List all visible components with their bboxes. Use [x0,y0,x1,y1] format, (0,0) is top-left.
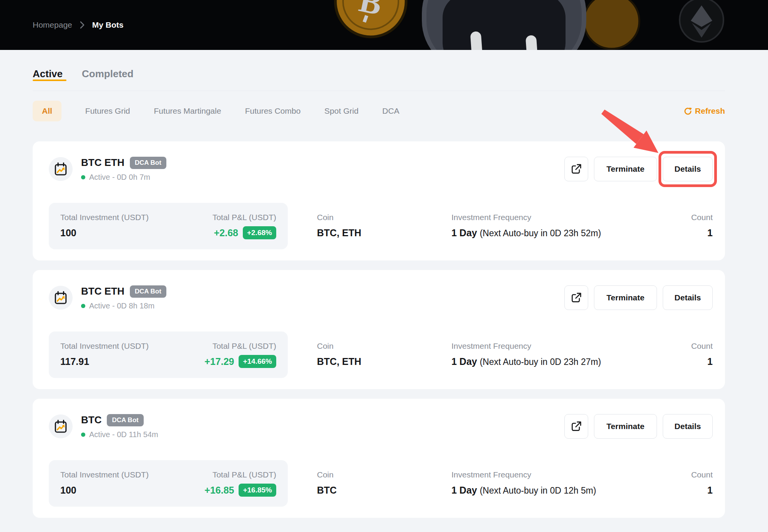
filter-futures-combo[interactable]: Futures Combo [245,106,301,116]
pnl-label: Total P&L (USDT) [204,341,276,351]
filter-all[interactable]: All [33,101,61,121]
frequency-column: Investment Frequency 1 Day (Next Auto-bu… [451,331,678,378]
investment-label: Total Investment (USDT) [60,341,149,351]
breadcrumb-homepage-link[interactable]: Homepage [33,20,72,30]
active-status-dot [81,175,85,179]
bot-avatar [49,286,73,310]
bot-card: BTC ETH DCA Bot Active - 0D 8h 18m Termi… [33,270,725,389]
refresh-button[interactable]: Refresh [683,106,725,116]
coin-value: BTC, ETH [317,227,451,239]
tab-completed[interactable]: Completed [82,68,133,80]
count-label: Count [678,341,713,351]
frequency-column: Investment Frequency 1 Day (Next Auto-bu… [451,203,678,249]
card-actions: Terminate Details [564,285,713,310]
bot-pair-name: BTC ETH [81,285,124,297]
bot-type-badge: DCA Bot [130,157,166,169]
banner-art: B [300,0,768,50]
bot-title-block: BTC ETH DCA Bot Active - 0D 0h 7m [81,157,166,182]
breadcrumb: Homepage My Bots [33,0,123,50]
coin-label: Coin [317,341,451,351]
count-column: Count 1 [678,203,713,249]
filter-dca[interactable]: DCA [382,106,399,116]
terminate-button[interactable]: Terminate [594,414,657,439]
open-bot-button[interactable] [564,414,588,439]
filter-futures-grid[interactable]: Futures Grid [85,106,130,116]
investment-pnl-box: Total Investment (USDT) 100 Total P&L (U… [49,460,288,507]
pnl-value: +17.29 [204,356,234,367]
coin-column: Coin BTC, ETH [317,331,451,378]
active-status-dot [81,433,85,437]
bot-title-block: BTC ETH DCA Bot Active - 0D 8h 18m [81,285,166,310]
investment-pnl-box: Total Investment (USDT) 117.91 Total P&L… [49,331,288,378]
terminate-button[interactable]: Terminate [594,285,657,310]
card-header: BTC ETH DCA Bot Active - 0D 8h 18m Termi… [33,270,725,310]
frequency-note: (Next Auto-buy in 0D 23h 27m) [480,357,601,367]
bot-status-text: Active - 0D 11h 54m [89,430,158,439]
active-status-dot [81,304,85,308]
details-button[interactable]: Details [663,285,713,310]
details-button[interactable]: Details [663,414,713,439]
pnl-percent-badge: +2.68% [243,226,276,239]
card-header: BTC ETH DCA Bot Active - 0D 0h 7m Termin… [33,141,725,181]
coin-value: BTC [317,485,451,496]
bot-type-badge: DCA Bot [107,414,143,426]
filter-spot-grid[interactable]: Spot Grid [324,106,358,116]
tab-active[interactable]: Active [33,68,63,80]
external-link-icon [570,420,582,433]
investment-pnl-box: Total Investment (USDT) 100 Total P&L (U… [49,203,288,249]
count-value: 1 [678,485,713,496]
tab-active-label: Active [33,68,63,80]
open-bot-button[interactable] [564,157,588,181]
ethereum-coin-icon [680,0,723,42]
frequency-label: Investment Frequency [451,470,678,479]
tabs-bar: Active Completed [33,68,725,91]
details-button[interactable]: Details [663,157,713,181]
pnl-value: +16.85 [204,485,234,496]
main-content: Active Completed All Futures Grid Future… [0,68,768,518]
frequency-value: 1 Day (Next Auto-buy in 0D 12h 5m) [451,485,678,496]
filter-futures-martingale[interactable]: Futures Martingale [154,106,221,116]
breadcrumb-current-page: My Bots [92,20,124,30]
count-label: Count [678,470,713,479]
frequency-column: Investment Frequency 1 Day (Next Auto-bu… [451,460,678,507]
filter-bar: All Futures Grid Futures Martingale Futu… [33,101,725,121]
count-value: 1 [678,227,713,239]
bitcoin-coin-icon: B [329,0,413,43]
frequency-label: Investment Frequency [451,213,678,222]
frequency-note: (Next Auto-buy in 0D 23h 52m) [480,228,601,238]
bot-avatar [49,157,73,181]
open-bot-button[interactable] [564,285,588,310]
coin-label: Coin [317,213,451,222]
coin-label: Coin [317,470,451,479]
bot-title-block: BTC DCA Bot Active - 0D 11h 54m [81,414,158,439]
count-column: Count 1 [678,331,713,378]
frequency-main: 1 Day [451,485,477,496]
details-button-wrap: Details [663,157,713,181]
calendar-chart-icon [53,419,68,434]
refresh-label: Refresh [695,106,725,116]
active-tab-underline [33,80,66,81]
frequency-value: 1 Day (Next Auto-buy in 0D 23h 52m) [451,227,678,239]
external-link-icon [570,163,582,175]
pnl-label: Total P&L (USDT) [204,470,276,479]
frequency-main: 1 Day [451,227,477,238]
pnl-percent-badge: +14.66% [239,355,276,368]
page-header: B Homepage My Bots [0,0,768,50]
bot-status-text: Active - 0D 0h 7m [89,173,150,182]
terminate-button[interactable]: Terminate [594,157,657,181]
count-column: Count 1 [678,460,713,507]
bot-card: BTC ETH DCA Bot Active - 0D 0h 7m Termin… [33,141,725,260]
chevron-right-icon [80,21,85,29]
frequency-note: (Next Auto-buy in 0D 12h 5m) [480,486,596,496]
count-label: Count [678,213,713,222]
frequency-value: 1 Day (Next Auto-buy in 0D 23h 27m) [451,356,678,367]
bot-pair-name: BTC ETH [81,157,124,169]
pnl-percent-badge: +16.85% [239,484,276,497]
card-stats: Total Investment (USDT) 117.91 Total P&L… [33,331,725,378]
card-header: BTC DCA Bot Active - 0D 11h 54m Terminat… [33,399,725,439]
pnl-value: +2.68 [214,227,238,239]
investment-label: Total Investment (USDT) [60,213,149,222]
bot-avatar [49,414,73,438]
coin-column: Coin BTC [317,460,451,507]
frequency-main: 1 Day [451,356,477,367]
